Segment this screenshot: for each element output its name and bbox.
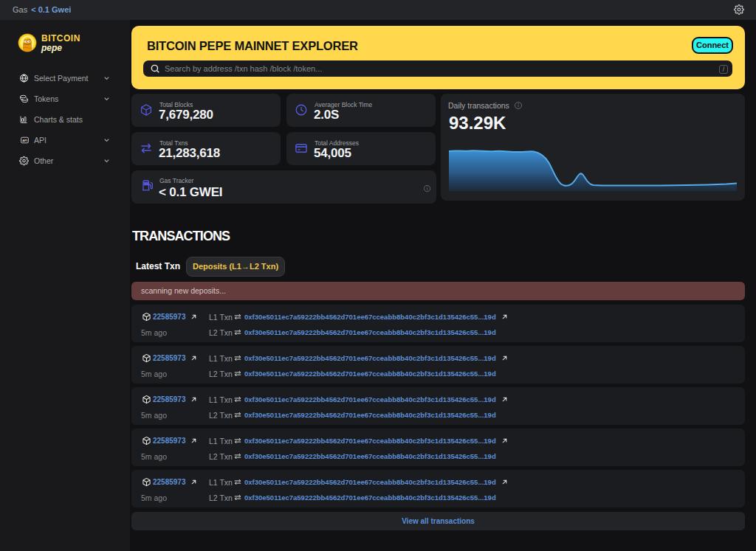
svg-text:API: API xyxy=(22,139,27,142)
